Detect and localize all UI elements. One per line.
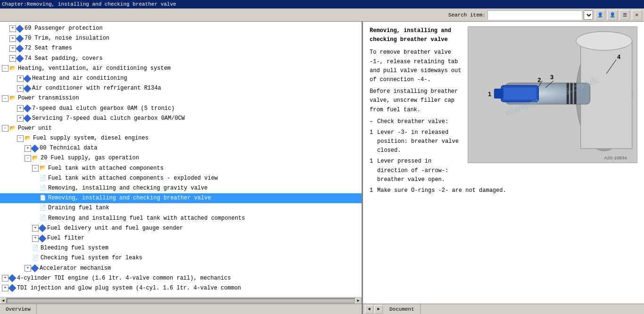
status-right: ◄ ► Document bbox=[363, 304, 422, 314]
tree-item-power-unit[interactable]: - 📂 Power unit bbox=[0, 124, 362, 133]
doc-item-3: 1 Make sure O-rings -2- are not damaged. bbox=[370, 186, 637, 195]
svg-text:2: 2 bbox=[537, 76, 541, 83]
document-tab[interactable]: Document bbox=[384, 304, 421, 314]
expand-icon[interactable]: - bbox=[2, 125, 8, 132]
item-num: 1 bbox=[370, 186, 377, 195]
overview-tab[interactable]: Overview bbox=[0, 304, 37, 314]
nav-prev-btn[interactable]: ◄ bbox=[365, 305, 373, 314]
tree-container[interactable]: + 69 Passenger protection + 70 Trim, noi… bbox=[0, 22, 362, 297]
svg-rect-7 bbox=[494, 89, 504, 99]
scroll-track[interactable] bbox=[7, 298, 355, 303]
title-text: Chapter:Removing, installing and checkin… bbox=[2, 1, 176, 7]
expand-icon[interactable]: + bbox=[17, 85, 24, 92]
search-input[interactable] bbox=[487, 10, 582, 20]
doc-image-svg: 1 2 3 4 www.manuals.co.uk A20-10834 bbox=[468, 27, 637, 163]
tree-label: Draining fuel tank bbox=[48, 204, 109, 213]
tree-item-ac[interactable]: + Air conditioner with refrigerant R134a bbox=[0, 83, 362, 93]
tree-item-bleeding[interactable]: 📄 Bleeding fuel system bbox=[0, 243, 362, 253]
expand-icon[interactable]: + bbox=[17, 75, 24, 82]
tree-item-remove-tank[interactable]: 📄 Removing and installing fuel tank with… bbox=[0, 214, 362, 223]
tree-label: Fuel tank with attached components - exp… bbox=[48, 174, 218, 183]
tree-label: Heating and air conditioning bbox=[32, 74, 127, 83]
title-bar: Chapter:Removing, installing and checkin… bbox=[0, 0, 644, 8]
expand-icon[interactable]: + bbox=[17, 115, 24, 122]
svg-text:4: 4 bbox=[617, 53, 621, 60]
tree-item-7speed[interactable]: + 7-speed dual clutch gearbox 0AM (S tro… bbox=[0, 104, 362, 114]
doc-icon: 📄 bbox=[32, 244, 39, 253]
expand-icon[interactable]: - bbox=[25, 155, 31, 162]
tree-item-checking[interactable]: 📄 Checking fuel system for leaks bbox=[0, 253, 362, 263]
item-num: 1 bbox=[370, 157, 377, 184]
expand-icon[interactable]: + bbox=[25, 145, 31, 152]
tree-item-tdi[interactable]: + TDI injection and glow plug system (4-… bbox=[0, 283, 362, 293]
tree-item-servicing[interactable]: + Servicing 7-speed dual clutch gearbox … bbox=[0, 114, 362, 124]
doc-icon: 📄 bbox=[40, 214, 46, 223]
doc-icon: 📄 bbox=[40, 194, 46, 203]
tree-item-20fuel[interactable]: - 📂 20 Fuel supply, gas operation bbox=[0, 153, 362, 163]
tree-item-delivery[interactable]: + Fuel delivery unit and fuel gauge send… bbox=[0, 223, 362, 233]
tree-item-gravity[interactable]: 📄 Removing, installing and checking grav… bbox=[0, 183, 362, 193]
tree-item-74[interactable]: + 74 Seat padding, covers bbox=[0, 54, 362, 64]
expand-icon[interactable]: + bbox=[9, 25, 16, 32]
tree-item-breather[interactable]: 📄 Removing, installing and checking brea… bbox=[0, 193, 362, 203]
expand-icon[interactable]: + bbox=[9, 45, 16, 52]
scroll-left-btn[interactable]: ◄ bbox=[0, 297, 7, 304]
tree-item-hvac[interactable]: - 📂 Heating, ventilation, air conditioni… bbox=[0, 64, 362, 74]
svg-text:3: 3 bbox=[550, 74, 553, 81]
search-btn-user2[interactable]: 👤 bbox=[607, 10, 618, 20]
item-text: Lever pressed in direction of -arrow-: b… bbox=[377, 157, 463, 184]
nav-next-btn[interactable]: ► bbox=[374, 305, 383, 314]
expand-icon[interactable]: - bbox=[2, 95, 8, 102]
tree-item-heating[interactable]: + Heating and air conditioning bbox=[0, 74, 362, 83]
document-tab-label: Document bbox=[389, 306, 414, 312]
tree-label: Air conditioner with refrigerant R134a bbox=[32, 84, 161, 93]
tree-item-72[interactable]: + 72 Seat frames bbox=[0, 43, 362, 53]
expand-icon[interactable]: + bbox=[2, 285, 8, 291]
tree-item-accelerator[interactable]: + Accelerator mechanism bbox=[0, 264, 362, 273]
tree-item-00tech[interactable]: + 00 Technical data bbox=[0, 143, 362, 153]
tree-label: 7-speed dual clutch gearbox 0AM (S troni… bbox=[32, 104, 174, 113]
tree-item-70[interactable]: + 70 Trim, noise insulation bbox=[0, 33, 362, 43]
tree-label: 72 Seat frames bbox=[25, 44, 72, 53]
tree-item-filter[interactable]: + Fuel filter bbox=[0, 233, 362, 243]
tree-item-fuel-supply[interactable]: - 📂 Fuel supply system, diesel engines bbox=[0, 133, 362, 143]
folder-icon: 📂 bbox=[9, 65, 16, 73]
doc-icon: 📄 bbox=[32, 254, 39, 263]
left-panel: + 69 Passenger protection + 70 Trim, noi… bbox=[0, 22, 363, 304]
tree-scrollbar-h: ◄ ► bbox=[0, 297, 362, 304]
search-dropdown[interactable] bbox=[584, 10, 593, 20]
menu-btn[interactable]: ☰ bbox=[619, 10, 630, 20]
folder-icon: 📂 bbox=[40, 164, 46, 173]
expand-icon[interactable]: + bbox=[9, 55, 16, 62]
search-btn-user1[interactable]: 👤 bbox=[595, 10, 605, 20]
item-num: 1 bbox=[370, 128, 377, 156]
doc-image: 1 2 3 4 www.manuals.co.uk A20-10834 bbox=[468, 26, 637, 163]
tree-item-4cyl[interactable]: + 4-cylinder TDI engine (1.6 ltr. 4-valv… bbox=[0, 273, 362, 283]
expand-icon[interactable]: - bbox=[2, 65, 8, 72]
expand-icon[interactable]: + bbox=[9, 35, 16, 42]
tree-item-power-trans[interactable]: - 📂 Power transmission bbox=[0, 93, 362, 103]
main-container: + 69 Passenger protection + 70 Trim, noi… bbox=[0, 22, 644, 304]
expand-icon[interactable]: - bbox=[17, 135, 24, 142]
doc-check-header: – Check breather valve: bbox=[370, 117, 463, 126]
tree-item-69[interactable]: + 69 Passenger protection bbox=[0, 24, 362, 33]
expand-icon[interactable]: + bbox=[32, 225, 39, 231]
expand-icon[interactable]: + bbox=[2, 275, 8, 281]
scroll-right-btn[interactable]: ► bbox=[355, 297, 362, 304]
tree-item-exploded[interactable]: 📄 Fuel tank with attached components - e… bbox=[0, 174, 362, 183]
overview-tab-label: Overview bbox=[6, 306, 31, 312]
expand-icon[interactable]: - bbox=[32, 165, 39, 172]
tree-label: Bleeding fuel system bbox=[41, 244, 108, 253]
tree-item-tank-components[interactable]: - 📂 Fuel tank with attached components bbox=[0, 164, 362, 174]
search-label: Search item: bbox=[448, 12, 486, 18]
options-btn[interactable]: ≡ bbox=[632, 10, 642, 20]
expand-icon[interactable]: + bbox=[17, 105, 24, 112]
tree-item-draining[interactable]: 📄 Draining fuel tank bbox=[0, 203, 362, 213]
status-bar: Overview ◄ ► Document bbox=[0, 304, 644, 314]
expand-icon[interactable]: + bbox=[25, 265, 31, 272]
image-ref: A20-10834 bbox=[604, 155, 627, 160]
expand-icon[interactable]: + bbox=[32, 235, 39, 242]
tree-label: Accelerator mechanism bbox=[40, 264, 111, 273]
tree-label: Checking fuel system for leaks bbox=[41, 254, 142, 263]
doc-item-2: 1 Lever pressed in direction of -arrow-:… bbox=[370, 157, 463, 184]
